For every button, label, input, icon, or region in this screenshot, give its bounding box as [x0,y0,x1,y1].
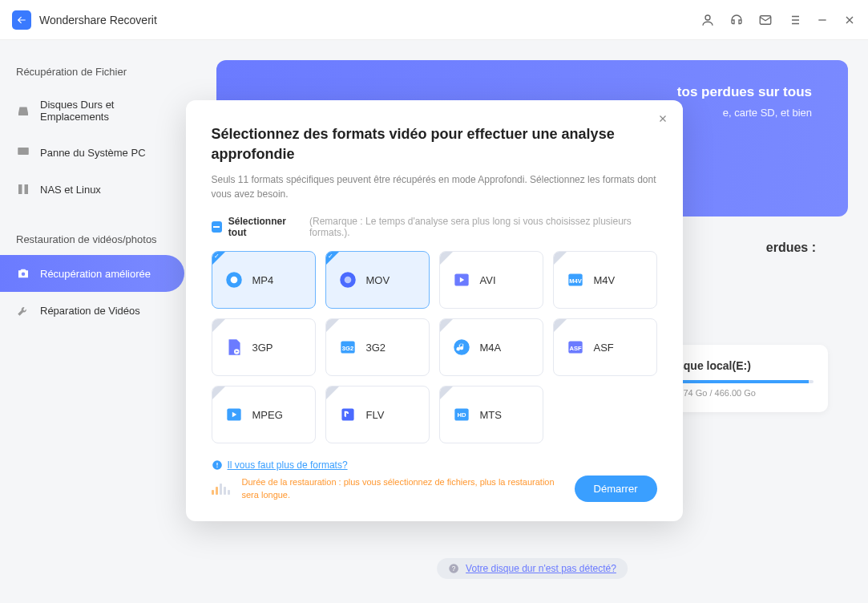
format-modal: Sélectionnez des formats vidéo pour effe… [186,100,683,521]
threegp-icon [224,337,244,358]
format-label: ASF [594,342,614,354]
format-label: MP4 [252,274,274,286]
format-label: AVI [480,274,496,286]
format-label: 3GP [252,342,273,354]
format-label: MOV [366,274,390,286]
format-label: M4A [480,342,502,354]
svg-rect-22 [341,409,353,421]
svg-point-9 [230,277,237,284]
loading-icon [212,484,230,495]
modal-description: Seuls 11 formats spécifiques peuvent êtr… [212,172,657,201]
select-all-note: (Remarque : Le temps d'analyse sera plus… [309,216,656,238]
format-card-mts[interactable]: HD MTS [439,386,543,443]
start-button[interactable]: Démarrer [575,476,657,502]
svg-text:HD: HD [457,412,466,419]
format-label: MTS [480,409,502,421]
format-card-mov[interactable]: ✓ MOV [325,251,430,309]
select-all-label: Sélectionner tout [228,216,303,238]
checkbox-partial-icon[interactable] [212,221,222,233]
svg-text:3G2: 3G2 [341,346,353,353]
mts-icon: HD [451,404,472,425]
more-formats-link[interactable]: Il vous faut plus de formats? [212,459,657,471]
svg-text:ASF: ASF [569,346,582,353]
format-card-flv[interactable]: FLV [325,386,430,443]
mov-icon [337,269,358,290]
format-card-asf[interactable]: ASF ASF [553,318,657,376]
select-all-row[interactable]: Sélectionner tout (Remarque : Le temps d… [212,216,657,238]
footer-note: Durée de la restauration : plus vous sél… [242,476,563,501]
format-card-3gp[interactable]: 3GP [212,318,316,376]
flv-icon [337,404,358,425]
svg-text:M4V: M4V [569,278,582,285]
format-label: M4V [594,274,616,286]
format-card-mpeg[interactable]: MPEG [212,386,316,443]
format-grid: ✓ MP4 ✓ MOV AVI M4V M4V 3GP 3G2 3G2 [212,251,657,443]
format-card-mp4[interactable]: ✓ MP4 [212,251,316,309]
threeg2-icon: 3G2 [337,337,358,358]
format-label: 3G2 [366,342,386,354]
mpeg-icon [224,404,244,425]
avi-icon [451,269,472,290]
mp4-icon [224,269,244,290]
format-card-m4v[interactable]: M4V M4V [553,251,657,309]
modal-title: Sélectionnez des formats vidéo pour effe… [212,124,657,164]
format-card-m4a[interactable]: M4A [439,318,543,376]
format-label: MPEG [252,409,283,421]
format-label: FLV [366,409,385,421]
format-card-3g2[interactable]: 3G2 3G2 [325,318,430,376]
close-icon[interactable] [657,113,668,124]
m4v-icon: M4V [565,269,586,290]
format-card-avi[interactable]: AVI [439,251,543,309]
asf-icon: ASF [565,337,586,358]
m4a-icon [451,337,472,358]
svg-point-11 [344,277,351,284]
